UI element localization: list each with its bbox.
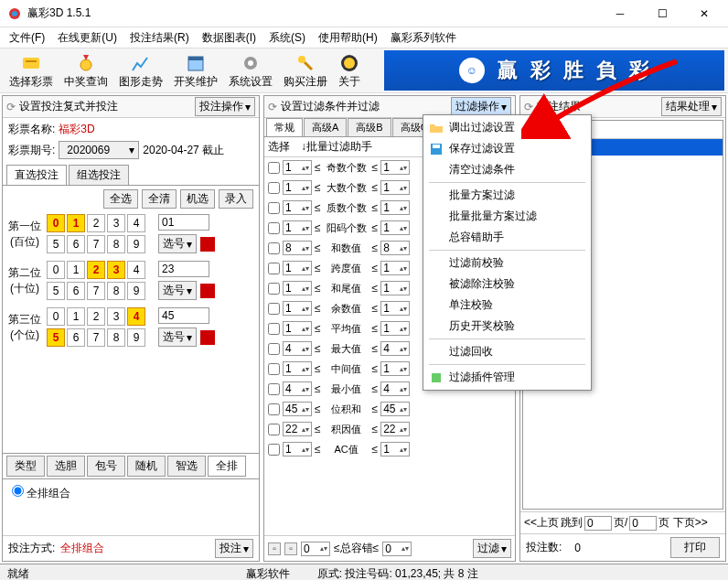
digit-1[interactable]: 1: [67, 307, 85, 326]
filter-hi-spin[interactable]: 4▴▾: [380, 381, 410, 396]
print-button[interactable]: 打印: [670, 537, 720, 558]
tb-trend-chart[interactable]: 图形走势: [113, 50, 168, 91]
pager-total-input[interactable]: [629, 516, 657, 531]
color-swatch[interactable]: [200, 237, 215, 252]
result-operation-dropdown[interactable]: 结果处理▾: [661, 97, 722, 116]
filter-checkbox[interactable]: [268, 303, 280, 315]
expand-button[interactable]: ▫: [268, 542, 281, 555]
dm-recycle[interactable]: 过滤回收: [425, 341, 589, 362]
digit-9[interactable]: 9: [127, 328, 145, 347]
filter-lo-spin[interactable]: 1▴▾: [283, 160, 312, 175]
filter-lo-spin[interactable]: 1▴▾: [283, 200, 312, 215]
filter-hi-spin[interactable]: 1▴▾: [380, 180, 410, 195]
menu-data-chart[interactable]: 数据图表(I): [197, 28, 262, 48]
filter-checkbox[interactable]: [268, 343, 280, 355]
filter-hi-spin[interactable]: 8▴▾: [380, 241, 410, 255]
filter-hi-spin[interactable]: 1▴▾: [380, 442, 410, 456]
type-tab-type[interactable]: 类型: [6, 456, 45, 477]
digit-4[interactable]: 4: [127, 307, 145, 326]
digit-6[interactable]: 6: [67, 328, 85, 347]
filter-lo-spin[interactable]: 22▴▾: [283, 422, 312, 436]
digit-7[interactable]: 7: [87, 282, 105, 300]
digit-1[interactable]: 1: [67, 214, 85, 232]
pos1-value-input[interactable]: [158, 214, 209, 231]
pager-prev[interactable]: <<上页: [524, 515, 559, 531]
dm-plugin[interactable]: 过滤插件管理: [425, 367, 589, 388]
tb-select-ticket[interactable]: 选择彩票: [4, 50, 59, 91]
filter-checkbox[interactable]: [268, 403, 280, 415]
filter-hi-spin[interactable]: 4▴▾: [380, 341, 410, 356]
digit-8[interactable]: 8: [107, 328, 125, 347]
digit-0[interactable]: 0: [47, 261, 65, 279]
menu-help[interactable]: 使用帮助(H): [313, 28, 383, 48]
minimize-button[interactable]: ─: [604, 3, 637, 25]
filter-lo-spin[interactable]: 4▴▾: [283, 381, 312, 396]
mid-tab-advA[interactable]: 高级A: [304, 118, 347, 136]
digit-8[interactable]: 8: [107, 235, 125, 253]
digit-0[interactable]: 0: [47, 307, 65, 326]
filter-submit-button[interactable]: 过滤▾: [473, 539, 511, 558]
mid-tab-normal[interactable]: 常规: [266, 118, 303, 136]
filter-hi-spin[interactable]: 1▴▾: [380, 361, 410, 376]
tab-direct-bet[interactable]: 直选投注: [6, 165, 67, 185]
type-tab-dan[interactable]: 选胆: [47, 456, 85, 477]
digit-2[interactable]: 2: [87, 307, 105, 326]
refresh-icon[interactable]: ⟳: [268, 101, 277, 113]
menu-file[interactable]: 文件(F): [4, 28, 50, 48]
digit-9[interactable]: 9: [127, 282, 145, 300]
filter-lo-spin[interactable]: 1▴▾: [283, 220, 312, 235]
color-swatch[interactable]: [200, 284, 215, 298]
menu-update[interactable]: 在线更新(U): [52, 28, 123, 48]
dm-removed-check[interactable]: 被滤除注校验: [425, 274, 589, 295]
dm-batch-plan[interactable]: 批量方案过滤: [425, 185, 589, 206]
type-tab-bao[interactable]: 包号: [87, 456, 125, 477]
bet-submit-button[interactable]: 投注▾: [215, 539, 253, 558]
btn-enter[interactable]: 录入: [219, 189, 253, 209]
filter-checkbox[interactable]: [268, 444, 280, 456]
filter-hi-spin[interactable]: 1▴▾: [380, 301, 410, 316]
filter-checkbox[interactable]: [268, 182, 280, 194]
filter-hi-spin[interactable]: 1▴▾: [380, 281, 410, 295]
btn-random[interactable]: 机选: [180, 189, 215, 209]
pos2-value-input[interactable]: [158, 261, 209, 277]
dm-save-filter[interactable]: 保存过滤设置: [425, 138, 589, 159]
tab-group-bet[interactable]: 组选投注: [69, 165, 129, 185]
pager-next[interactable]: 页 下页>>: [658, 515, 707, 531]
type-tab-random[interactable]: 随机: [127, 456, 166, 477]
tb-prize-query[interactable]: 中奖查询: [59, 50, 113, 91]
filter-lo-spin[interactable]: 1▴▾: [283, 281, 312, 295]
digit-1[interactable]: 1: [67, 261, 85, 279]
filter-lo-spin[interactable]: 1▴▾: [283, 442, 312, 456]
filter-hi-spin[interactable]: 45▴▾: [380, 402, 410, 416]
filter-checkbox[interactable]: [268, 283, 280, 295]
refresh-icon[interactable]: ⟳: [6, 101, 16, 113]
menu-system[interactable]: 系统(S): [263, 28, 311, 48]
total-err-lo[interactable]: 0▴▾: [301, 542, 330, 556]
digit-3[interactable]: 3: [107, 307, 125, 326]
filter-checkbox[interactable]: [268, 222, 280, 234]
filter-hi-spin[interactable]: 22▴▾: [380, 422, 410, 436]
maximize-button[interactable]: ☐: [646, 3, 679, 25]
dm-batch-batch[interactable]: 批量批量方案过滤: [425, 206, 589, 227]
period-input[interactable]: [63, 143, 127, 157]
digit-4[interactable]: 4: [127, 214, 145, 232]
filter-lo-spin[interactable]: 45▴▾: [283, 402, 312, 416]
col-helper[interactable]: ↓批量过滤助手: [301, 139, 372, 155]
digit-6[interactable]: 6: [67, 282, 85, 300]
radio-full-combo[interactable]: 全排组合: [12, 487, 70, 499]
color-swatch[interactable]: [200, 330, 215, 345]
total-err-hi[interactable]: 0▴▾: [382, 542, 412, 556]
filter-checkbox[interactable]: [268, 383, 280, 395]
dm-pre-check[interactable]: 过滤前校验: [425, 252, 589, 274]
mid-tab-advB[interactable]: 高级B: [348, 118, 391, 136]
pos3-select-btn[interactable]: 选号 ▾: [158, 328, 197, 347]
digit-3[interactable]: 3: [107, 261, 125, 279]
dm-load-filter[interactable]: 调出过滤设置: [425, 117, 589, 138]
filter-lo-spin[interactable]: 1▴▾: [283, 361, 312, 376]
filter-checkbox[interactable]: [268, 363, 280, 375]
dm-clear-filter[interactable]: 清空过滤条件: [425, 159, 589, 180]
pager-goto-input[interactable]: [584, 516, 612, 531]
filter-hi-spin[interactable]: 1▴▾: [380, 321, 410, 336]
digit-5[interactable]: 5: [47, 235, 65, 253]
digit-6[interactable]: 6: [67, 235, 85, 253]
